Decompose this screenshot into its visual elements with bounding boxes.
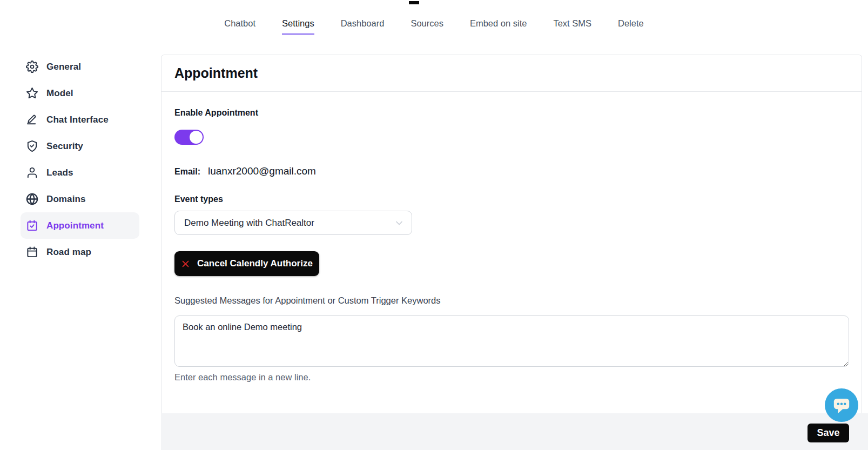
calendar-check-icon bbox=[26, 219, 38, 232]
sidebar-item-road-map[interactable]: Road map bbox=[21, 239, 139, 265]
save-bar: Save bbox=[161, 413, 868, 450]
tab-settings[interactable]: Settings bbox=[282, 18, 314, 35]
cancel-calendly-label: Cancel Calendly Authorize bbox=[197, 258, 313, 269]
event-types-selected-value: Demo Meeting with ChatRealtor bbox=[184, 218, 314, 229]
sidebar-item-label: Security bbox=[46, 141, 83, 152]
top-nav: Chatbot Settings Dashboard Sources Embed… bbox=[0, 18, 868, 35]
event-types-label: Event types bbox=[174, 194, 849, 204]
panel-header: Appointment bbox=[162, 55, 862, 92]
sidebar-item-label: Appointment bbox=[46, 220, 104, 231]
user-icon bbox=[26, 166, 38, 179]
sidebar-item-chat-interface[interactable]: Chat Interface bbox=[21, 106, 139, 133]
tab-text-sms[interactable]: Text SMS bbox=[553, 18, 591, 35]
enable-appointment-toggle[interactable] bbox=[174, 130, 204, 145]
x-icon bbox=[181, 259, 190, 268]
sidebar-item-label: Road map bbox=[46, 247, 91, 258]
pencil-icon bbox=[26, 113, 38, 126]
tab-delete[interactable]: Delete bbox=[618, 18, 644, 35]
suggested-messages-hint: Enter each message in a new line. bbox=[174, 372, 849, 382]
shield-check-icon bbox=[26, 140, 38, 152]
chat-widget-button[interactable] bbox=[825, 388, 858, 422]
email-label: Email: bbox=[174, 167, 200, 177]
event-types-select[interactable]: Demo Meeting with ChatRealtor bbox=[174, 211, 412, 235]
sidebar-item-label: General bbox=[46, 62, 81, 72]
gear-icon bbox=[26, 61, 38, 73]
email-row: Email: luanxr2000@gmail.com bbox=[174, 165, 849, 177]
email-value: luanxr2000@gmail.com bbox=[208, 165, 316, 177]
sidebar-item-label: Leads bbox=[46, 167, 73, 178]
tab-embed-on-site[interactable]: Embed on site bbox=[470, 18, 527, 35]
chat-bubble-icon bbox=[831, 394, 852, 416]
enable-appointment-label: Enable Appointment bbox=[174, 108, 849, 118]
toggle-knob bbox=[190, 131, 203, 144]
sidebar-item-label: Model bbox=[46, 88, 73, 99]
tab-sources[interactable]: Sources bbox=[411, 18, 443, 35]
tab-chatbot[interactable]: Chatbot bbox=[224, 18, 255, 35]
sidebar-item-leads[interactable]: Leads bbox=[21, 159, 139, 186]
cancel-calendly-authorize-button[interactable]: Cancel Calendly Authorize bbox=[174, 251, 319, 276]
globe-icon bbox=[26, 193, 38, 205]
suggested-messages-textarea[interactable]: Book an online Demo meeting bbox=[174, 315, 849, 367]
sidebar-item-security[interactable]: Security bbox=[21, 133, 139, 159]
calendar-icon bbox=[26, 246, 38, 258]
sidebar-item-domains[interactable]: Domains bbox=[21, 186, 139, 212]
sidebar-item-label: Domains bbox=[46, 194, 86, 205]
panel-body: Enable Appointment Email: luanxr2000@gma… bbox=[162, 92, 862, 382]
chevron-down-icon bbox=[394, 218, 405, 229]
sidebar-item-appointment[interactable]: Appointment bbox=[21, 212, 139, 239]
settings-sidebar: General Model Chat Interface Security Le… bbox=[21, 53, 139, 265]
star-icon bbox=[26, 87, 38, 99]
sidebar-item-model[interactable]: Model bbox=[21, 80, 139, 106]
sidebar-item-label: Chat Interface bbox=[46, 115, 109, 125]
top-cropped-dash bbox=[409, 1, 419, 4]
save-button[interactable]: Save bbox=[808, 424, 849, 442]
tab-dashboard[interactable]: Dashboard bbox=[341, 18, 385, 35]
appointment-panel: Appointment Enable Appointment Email: lu… bbox=[161, 55, 862, 413]
suggested-messages-label: Suggested Messages for Appointment or Cu… bbox=[174, 295, 849, 306]
sidebar-item-general[interactable]: General bbox=[21, 53, 139, 80]
page-title: Appointment bbox=[174, 65, 849, 81]
